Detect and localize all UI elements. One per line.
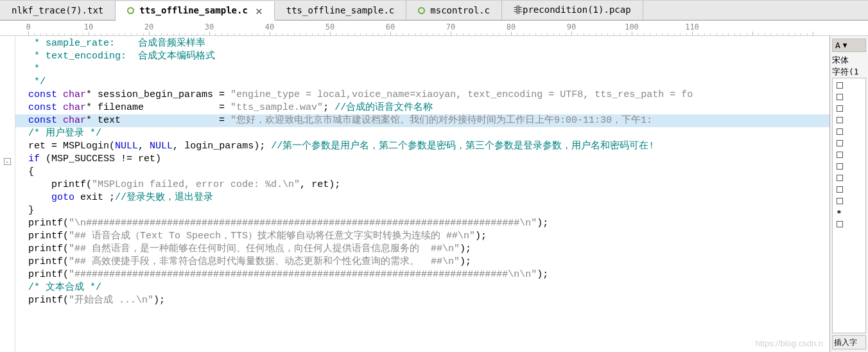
- tab-label: nlkf_trace(7).txt: [12, 5, 103, 15]
- ruler-mark: 110: [685, 22, 699, 31]
- tab-bar: nlkf_trace(7).txttts_offline_sample.c✕tt…: [0, 0, 868, 21]
- ruler-mark: 20: [144, 22, 153, 31]
- code-line[interactable]: printf("## 自然语音，是一种能够在任何时间、任何地点，向任何人提供语音…: [15, 243, 829, 256]
- code-line[interactable]: /* 用户登录 */: [15, 127, 829, 140]
- editor[interactable]: - * sample_rate: 合成音频采样率 * text_encoding…: [0, 36, 829, 352]
- square-icon: [837, 105, 843, 112]
- font-name-label: 宋体: [832, 55, 866, 66]
- tab-label: mscontrol.c: [430, 5, 490, 15]
- code-line[interactable]: const char* session_begin_params = "engi…: [15, 89, 829, 101]
- ruler-mark: 50: [326, 22, 334, 31]
- symbol-item[interactable]: [834, 184, 864, 195]
- square-icon: [837, 198, 843, 204]
- tab-4[interactable]: 非precondition(1).pcap: [502, 1, 643, 20]
- code-line[interactable]: ret = MSPLogin(NULL, NULL, login_params)…: [15, 140, 829, 153]
- fold-toggle-icon[interactable]: -: [4, 158, 11, 165]
- code-line[interactable]: */: [15, 76, 829, 89]
- ruler-mark: 40: [265, 22, 274, 31]
- code-line[interactable]: * sample_rate: 合成音频采样率: [15, 37, 829, 50]
- symbol-item[interactable]: [834, 195, 864, 207]
- side-panel-header[interactable]: A ▼: [832, 39, 866, 52]
- symbol-item[interactable]: [834, 91, 864, 103]
- ruler-mark: 100: [625, 22, 639, 31]
- ruler-mark: 80: [507, 22, 516, 31]
- ruler-mark: 70: [446, 22, 455, 31]
- square-icon: [837, 82, 843, 89]
- side-panel: A ▼ 宋体 字符(1 * 插入字: [829, 36, 868, 352]
- code-line[interactable]: printf("################################…: [15, 268, 829, 281]
- ruler-mark: 60: [386, 22, 395, 31]
- code-line[interactable]: printf("开始合成 ...\n");: [15, 294, 829, 307]
- square-icon: [837, 128, 843, 135]
- square-icon: [837, 163, 843, 170]
- square-icon: [837, 186, 843, 193]
- square-icon: [837, 152, 843, 158]
- modified-dot-icon: [127, 7, 134, 14]
- insert-char-button[interactable]: 插入字: [832, 335, 866, 349]
- code-line[interactable]: goto exit ;//登录失败，退出登录: [15, 191, 829, 204]
- symbol-item[interactable]: [834, 114, 864, 126]
- symbol-item[interactable]: [834, 80, 864, 91]
- symbol-item[interactable]: *: [834, 207, 864, 218]
- code-line[interactable]: }: [15, 204, 829, 217]
- tab-label: tts_offline_sample.c: [286, 5, 395, 15]
- asterisk-icon: *: [837, 208, 842, 218]
- code-line[interactable]: printf("\n##############################…: [15, 217, 829, 230]
- ruler-mark: 30: [205, 22, 214, 31]
- tab-1[interactable]: tts_offline_sample.c✕: [116, 1, 274, 21]
- ruler-mark: 0: [26, 22, 30, 31]
- square-icon: [837, 117, 843, 123]
- tab-2[interactable]: tts_offline_sample.c: [275, 1, 407, 20]
- code-line[interactable]: /* 文本合成 */: [15, 281, 829, 294]
- tab-3[interactable]: mscontrol.c: [406, 1, 502, 20]
- dropdown-arrow-icon[interactable]: ▼: [843, 41, 847, 49]
- fold-gutter[interactable]: -: [0, 36, 15, 352]
- main-area: - * sample_rate: 合成音频采样率 * text_encoding…: [0, 36, 868, 352]
- code-line[interactable]: const char* text = "您好，欢迎致电北京市城市建设档案馆。我们…: [15, 114, 829, 127]
- square-icon: [837, 221, 843, 227]
- code-area[interactable]: * sample_rate: 合成音频采样率 * text_encoding: …: [15, 36, 829, 352]
- tab-label: 非precondition(1).pcap: [514, 4, 631, 16]
- symbol-item[interactable]: [834, 172, 864, 184]
- tab-label: tts_offline_sample.c: [139, 5, 248, 15]
- code-line[interactable]: *: [15, 63, 829, 76]
- tab-0[interactable]: nlkf_trace(7).txt: [0, 1, 116, 20]
- square-icon: [837, 140, 843, 146]
- char-info-label: 字符(1: [832, 66, 866, 78]
- code-line[interactable]: printf("MSPLogin failed, error code: %d.…: [15, 179, 829, 191]
- code-line[interactable]: * text_encoding: 合成文本编码格式: [15, 50, 829, 63]
- square-icon: [837, 175, 843, 181]
- symbol-item[interactable]: [834, 161, 864, 172]
- close-icon[interactable]: ✕: [256, 4, 263, 17]
- modified-dot-icon: [418, 7, 425, 14]
- code-line[interactable]: printf("## 高效便捷手段，非常符合信息时代海量数据、动态更新和个性化查…: [15, 256, 829, 268]
- symbol-item[interactable]: [834, 126, 864, 137]
- symbol-item[interactable]: [834, 218, 864, 230]
- symbol-item[interactable]: [834, 137, 864, 149]
- code-line[interactable]: printf("## 语音合成（Text To Speech，TTS）技术能够自…: [15, 230, 829, 243]
- symbol-item[interactable]: [834, 149, 864, 161]
- ruler: 0102030405060708090100110: [0, 21, 868, 36]
- side-panel-head-label: A: [835, 40, 840, 50]
- code-line[interactable]: if (MSP_SUCCESS != ret): [15, 153, 829, 166]
- symbol-list[interactable]: *: [832, 78, 866, 333]
- ruler-mark: 90: [567, 22, 576, 31]
- ruler-mark: 10: [84, 22, 93, 31]
- code-line[interactable]: {: [15, 166, 829, 179]
- code-line[interactable]: const char* filename = "tts_sample.wav";…: [15, 101, 829, 114]
- square-icon: [837, 94, 843, 100]
- symbol-item[interactable]: [834, 103, 864, 114]
